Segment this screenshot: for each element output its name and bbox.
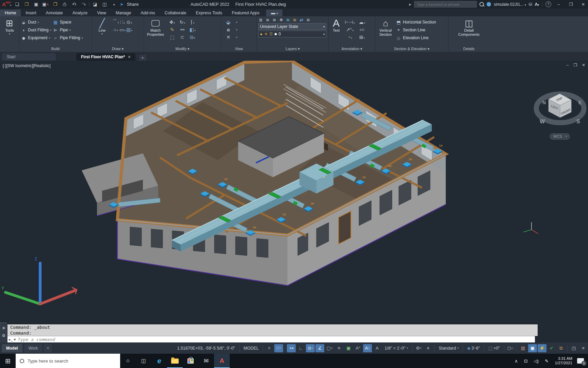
dimension-button[interactable]: ⊢⊣▾ xyxy=(345,19,355,25)
rotate-button[interactable]: ↻▾ xyxy=(180,19,185,25)
viewport-controls-label[interactable]: [-][SW Isometric][Realistic] xyxy=(3,63,51,68)
line-button[interactable]: ╱ Line▾ xyxy=(93,17,111,46)
annotation-autoscale-icon[interactable]: A↑ xyxy=(363,344,372,352)
app-menu-button[interactable]: AMEP▾ xyxy=(1,1,12,7)
tab-add-ins[interactable]: Add-ins xyxy=(136,10,160,16)
share-button[interactable]: ➤ Share xyxy=(119,2,139,7)
layer-unlock-icon[interactable]: ⇄ xyxy=(299,17,303,22)
layer-current-dropdown[interactable]: ● ☀ ⚿ ■ 0 ▾ xyxy=(258,31,326,37)
print-icon[interactable]: ⎙ xyxy=(60,2,69,7)
point-button[interactable]: ∷▾ xyxy=(120,19,125,25)
explode-button[interactable]: ⬚ xyxy=(170,34,174,40)
rectangle-button[interactable]: ▭▾ xyxy=(119,27,126,32)
file-tab-doc[interactable]: First Floor HVAC Plan*✕ xyxy=(76,53,135,61)
compass-s[interactable]: S xyxy=(576,119,580,124)
app-store-cart-icon[interactable]: ⛁ xyxy=(529,2,532,7)
graphics-performance-icon[interactable]: ⚡ xyxy=(538,344,546,352)
text-button[interactable]: A Text xyxy=(330,17,342,46)
selection-filter-icon[interactable]: ◻○ xyxy=(506,344,515,352)
clean-screen-icon[interactable]: ◳ xyxy=(569,344,578,352)
layer-freeze-icon[interactable]: ❄ xyxy=(279,17,283,22)
edge-button[interactable]: e xyxy=(151,354,167,368)
layer-lock-open-icon[interactable]: ⚿ xyxy=(270,32,273,36)
qat-customize-icon[interactable]: ⹀▾ xyxy=(110,2,118,7)
tools-button[interactable]: ⊞ Tools▾ xyxy=(1,17,18,46)
palette-icon[interactable]: ◫ xyxy=(100,2,109,7)
pen-tray-icon[interactable]: ✎ xyxy=(542,358,552,364)
layer-off-icon[interactable]: ≋ xyxy=(266,17,270,22)
volume-tray-icon[interactable]: ◁) xyxy=(531,358,542,364)
pipe-fitting-button[interactable]: ⌐Pipe Fitting▾ xyxy=(53,34,83,41)
vp-close-button[interactable]: ✕ xyxy=(582,63,585,67)
panel-label-draw[interactable]: Draw ▾ xyxy=(92,46,144,52)
command-prompt-icon[interactable]: ▸_ ▾ xyxy=(7,337,17,342)
start-button[interactable]: ⊞ xyxy=(0,354,16,368)
duct-fitting-button[interactable]: ◖Duct Fitting▾ xyxy=(21,27,51,33)
panel-label-section[interactable]: Section & Elevation ▾ xyxy=(375,46,448,52)
move-button[interactable]: ✥▾ xyxy=(169,19,175,25)
command-grip-handle[interactable]: ⣿⣿⣿ xyxy=(0,322,9,324)
fillet-button[interactable]: ⌈▾ xyxy=(191,19,194,25)
command-close-icon[interactable]: ✕ xyxy=(2,326,5,331)
ortho-mode-icon[interactable]: ∟ xyxy=(296,344,305,352)
panel-label-view[interactable]: View xyxy=(221,46,257,52)
file-tab-close-icon[interactable]: ✕ xyxy=(128,55,131,59)
layout-tab-work[interactable]: Work xyxy=(24,344,43,352)
tab-collaborate[interactable]: Collaborate xyxy=(160,10,191,16)
visual-style-button[interactable]: Standard▾ xyxy=(436,346,461,351)
annotation-monitor-icon[interactable]: + xyxy=(424,344,432,352)
erase-button[interactable]: ✎ xyxy=(170,27,174,32)
keynote-button[interactable]: ◔▾ xyxy=(347,34,352,40)
panel-label-modify[interactable]: Modify ▾ xyxy=(144,46,221,52)
workspace-switching-icon[interactable]: ⚙▾ xyxy=(414,344,423,352)
vertical-section-button[interactable]: ⌂ VerticalSection xyxy=(377,17,394,46)
tab-insert[interactable]: Insert xyxy=(21,10,41,16)
action-center-icon[interactable]: 1 xyxy=(577,358,584,364)
copy-button[interactable]: ⚯ xyxy=(180,27,184,32)
tab-annotate[interactable]: Annotate xyxy=(41,10,68,16)
layer-on-icon[interactable]: ≋ xyxy=(286,17,290,22)
command-tools-icon[interactable]: ⚙ xyxy=(2,333,6,338)
show-hidden-icons[interactable]: ∧ xyxy=(511,358,521,364)
layout-tab-add[interactable]: + xyxy=(44,344,52,352)
layer-properties-icon[interactable]: ≣ xyxy=(259,17,263,22)
arc-button[interactable]: ⌒▾ xyxy=(112,19,119,25)
customization-icon[interactable]: ≡ xyxy=(579,344,588,352)
taskbar-clock[interactable]: 3:31 AM 1/27/2021 xyxy=(552,356,576,365)
minimize-button[interactable]: – xyxy=(554,2,564,7)
layer-color-swatch[interactable]: ■ xyxy=(274,32,277,36)
store-button[interactable] xyxy=(183,354,198,368)
elevation-display-button[interactable]: ◈3'-6" xyxy=(464,346,483,351)
layout-tab-model[interactable]: Model xyxy=(2,344,22,352)
polar-tracking-icon[interactable]: ⊙▾ xyxy=(306,344,315,352)
view-arrows-button[interactable]: ✕ xyxy=(226,34,230,40)
viewcube[interactable]: N E W S TOP LEFT FRONT WCS ▼ xyxy=(536,94,584,139)
equipment-button[interactable]: ◆Equipment▾ xyxy=(21,34,51,41)
drawing-canvas[interactable]: 1ø1ø1ø 1ø1ø1ø 1ø1ø1ø Z Y xyxy=(0,61,588,322)
circle-button[interactable]: ⊙▾ xyxy=(127,19,132,25)
hardware-accel-icon[interactable]: ▣ xyxy=(528,344,537,352)
leader-button[interactable]: ↗°▾ xyxy=(346,27,354,32)
cortana-button[interactable]: ○ xyxy=(120,354,136,368)
annotation-visibility-icon[interactable]: A° xyxy=(354,344,362,352)
snap-mode-icon[interactable]: ∷▾ xyxy=(274,344,283,352)
layer-state-dropdown[interactable]: Unsaved Layer State▾ xyxy=(258,23,326,30)
stretch-button[interactable]: ◧▾ xyxy=(190,27,196,32)
ribbon-display-toggle[interactable]: ▬ ▾ xyxy=(266,10,282,16)
duct-button[interactable]: ⬙Duct▾ xyxy=(21,19,51,26)
save-as-icon[interactable]: ▣✎ xyxy=(41,2,50,7)
open-file-icon[interactable]: ❒ xyxy=(22,2,31,7)
file-tab-start[interactable]: Start xyxy=(2,53,56,61)
layer-lock-icon[interactable]: ≋ xyxy=(293,17,297,22)
table-button[interactable]: ⊞▾ xyxy=(359,34,365,40)
search-icon[interactable] xyxy=(479,2,484,6)
offset-button[interactable]: ⊂ xyxy=(180,34,184,40)
dynamic-input-icon[interactable]: +▪ xyxy=(287,344,296,352)
pipe-button[interactable]: ⊫Pipe▾ xyxy=(53,27,83,33)
lineweight-icon[interactable]: ≡ xyxy=(334,344,343,352)
search-expand-icon[interactable]: ▶ xyxy=(409,3,411,6)
redo-button[interactable]: ↷▾ xyxy=(79,2,88,7)
restore-button[interactable]: ❐ xyxy=(566,2,576,7)
display-tray-icon[interactable]: ⊡ xyxy=(521,358,531,364)
match-properties-button[interactable]: 🖵 MatchProperties xyxy=(145,17,166,46)
